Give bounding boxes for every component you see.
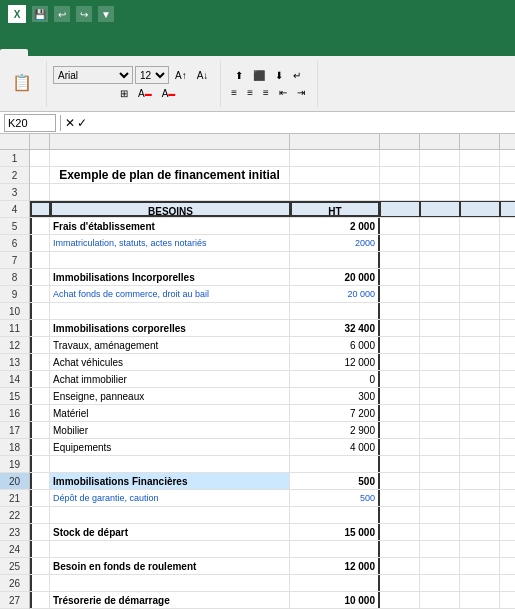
cell-g-3[interactable] [500,184,515,200]
row-number-13[interactable]: 13 [0,354,29,371]
cell-c-12[interactable]: 6 000 [290,337,380,353]
cell-c-20[interactable]: 500 [290,473,380,489]
text-wrap-button[interactable]: ↵ [289,68,305,83]
cell-b-6[interactable]: Immatriculation, statuts, actes notariés [50,235,290,251]
cell-b-17[interactable]: Mobilier [50,422,290,438]
row-number-18[interactable]: 18 [0,439,29,456]
cell-e-21[interactable] [420,490,460,506]
row-number-17[interactable]: 17 [0,422,29,439]
align-top-button[interactable]: ⬆ [231,68,247,83]
more-button[interactable]: ▼ [98,6,114,22]
cell-a-17[interactable] [30,422,50,438]
cell-d-9[interactable] [380,286,420,302]
cell-g-8[interactable] [500,269,515,285]
cell-d-19[interactable] [380,456,420,472]
cell-e-11[interactable] [420,320,460,336]
cell-e-26[interactable] [420,575,460,591]
cell-d-14[interactable] [380,371,420,387]
cell-a-21[interactable] [30,490,50,506]
cell-b-2[interactable]: Exemple de plan de financement initial [50,167,290,183]
cell-g-15[interactable] [500,388,515,404]
cell-f-23[interactable] [460,524,500,540]
cell-a-4[interactable] [30,201,50,217]
cell-g-2[interactable] [500,167,515,183]
cell-c-27[interactable]: 10 000 [290,592,380,608]
cell-b-20[interactable]: Immobilisations Financières [50,473,290,489]
font-grow-button[interactable]: A↑ [171,68,191,83]
cell-c-17[interactable]: 2 900 [290,422,380,438]
cell-g-27[interactable] [500,592,515,608]
cell-f-7[interactable] [460,252,500,268]
cell-a-20[interactable] [30,473,50,489]
cell-d-13[interactable] [380,354,420,370]
cell-f-3[interactable] [460,184,500,200]
cell-f-27[interactable] [460,592,500,608]
cell-a-18[interactable] [30,439,50,455]
row-number-20[interactable]: 20 [0,473,29,490]
cell-a-19[interactable] [30,456,50,472]
cell-a-12[interactable] [30,337,50,353]
cell-e-19[interactable] [420,456,460,472]
col-header-b[interactable] [50,134,290,149]
cell-d-23[interactable] [380,524,420,540]
cell-a-1[interactable] [30,150,50,166]
cell-d-4[interactable] [380,201,420,217]
cell-f-13[interactable] [460,354,500,370]
undo-button[interactable]: ↩ [54,6,70,22]
cell-f-2[interactable] [460,167,500,183]
cell-f-17[interactable] [460,422,500,438]
cell-c-13[interactable]: 12 000 [290,354,380,370]
cell-d-16[interactable] [380,405,420,421]
row-number-8[interactable]: 8 [0,269,29,286]
cell-f-19[interactable] [460,456,500,472]
cell-c-23[interactable]: 15 000 [290,524,380,540]
cell-c-7[interactable] [290,252,380,268]
italic-button[interactable] [96,92,104,96]
cell-g-16[interactable] [500,405,515,421]
cell-f-10[interactable] [460,303,500,319]
cell-g-19[interactable] [500,456,515,472]
cell-b-1[interactable] [50,150,290,166]
cell-a-7[interactable] [30,252,50,268]
cell-d-10[interactable] [380,303,420,319]
cell-f-1[interactable] [460,150,500,166]
font-family-select[interactable]: Arial [53,66,133,84]
cell-g-7[interactable] [500,252,515,268]
row-number-1[interactable]: 1 [0,150,29,167]
cell-f-12[interactable] [460,337,500,353]
cell-a-23[interactable] [30,524,50,540]
align-center-button[interactable]: ≡ [243,85,257,100]
cell-b-19[interactable] [50,456,290,472]
cell-a-8[interactable] [30,269,50,285]
row-number-7[interactable]: 7 [0,252,29,269]
row-number-3[interactable]: 3 [0,184,29,201]
row-number-6[interactable]: 6 [0,235,29,252]
row-number-22[interactable]: 22 [0,507,29,524]
tab-accueil[interactable] [0,49,28,56]
col-header-a[interactable] [30,134,50,149]
cancel-formula-icon[interactable]: ✕ [65,116,75,130]
row-number-2[interactable]: 2 [0,167,29,184]
font-size-select[interactable]: 12 [135,66,169,84]
row-number-16[interactable]: 16 [0,405,29,422]
formula-input[interactable] [93,116,511,130]
cell-g-5[interactable] [500,218,515,234]
row-number-25[interactable]: 25 [0,558,29,575]
cell-g-24[interactable] [500,541,515,557]
cell-g-25[interactable] [500,558,515,574]
cell-a-10[interactable] [30,303,50,319]
cell-d-27[interactable] [380,592,420,608]
row-number-15[interactable]: 15 [0,388,29,405]
cell-a-16[interactable] [30,405,50,421]
cell-e-1[interactable] [420,150,460,166]
cell-d-22[interactable] [380,507,420,523]
row-number-14[interactable]: 14 [0,371,29,388]
col-header-f[interactable] [460,134,500,149]
cell-b-27[interactable]: Trésorerie de démarrage [50,592,290,608]
underline-button[interactable] [106,92,114,96]
cell-f-18[interactable] [460,439,500,455]
cell-g-11[interactable] [500,320,515,336]
cell-g-9[interactable] [500,286,515,302]
cell-b-4[interactable]: BESOINS [50,201,290,217]
row-number-24[interactable]: 24 [0,541,29,558]
